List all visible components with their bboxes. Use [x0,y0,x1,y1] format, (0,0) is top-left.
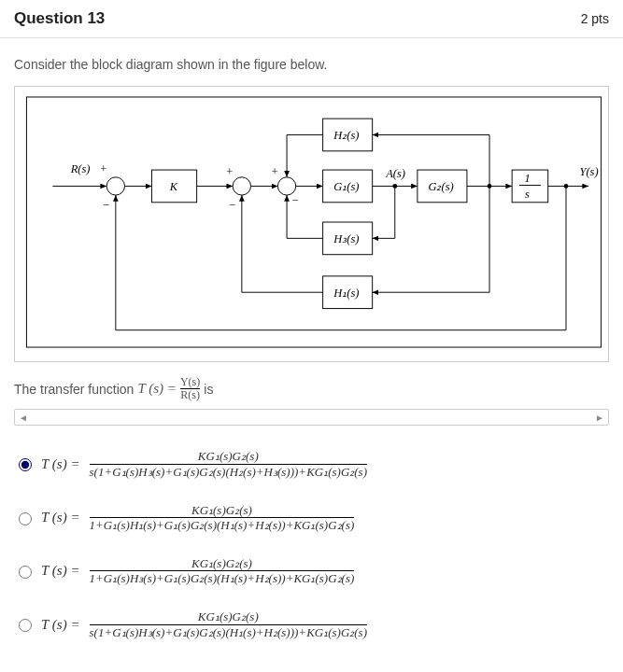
option-2[interactable]: T (s) = KG₁(s)G₂(s) 1+G₁(s)H₁(s)+G₁(s)G₂… [14,494,609,547]
label-H1: H₁(s) [333,287,359,300]
transfer-function-label: The transfer function T (s) = Y(s) R(s) … [14,376,609,401]
label-Y: Y(s) [579,165,598,178]
option-1-lhs: T (s) = [41,456,80,472]
question-points: 2 pts [581,11,609,26]
transfer-post: is [204,382,213,397]
question-prompt: Consider the block diagram shown in the … [14,57,609,72]
transfer-pre: The transfer function [14,382,134,397]
sign-plus1: + [99,162,106,175]
question-title: Question 13 [14,9,105,28]
question-header: Question 13 2 pts [0,0,623,38]
option-2-den: 1+G₁(s)H₁(s)+G₁(s)G₂(s)(H₁(s)+H₂(s))+KG₁… [90,517,355,533]
block-diagram: R(s) + − K + − + − [14,86,609,362]
scroll-right-icon[interactable]: ► [595,413,604,423]
scroll-left-icon[interactable]: ◄ [19,413,28,423]
label-H3: H₃(s) [333,232,359,245]
option-4-num: KG₁(s)G₂(s) [198,609,259,624]
option-2-radio[interactable] [19,512,32,525]
horizontal-scroller[interactable]: ◄ ► [14,409,609,426]
option-3-den: 1+G₁(s)H₃(s)+G₁(s)G₂(s)(H₁(s)+H₂(s))+KG₁… [90,570,355,586]
label-R: R(s) [70,162,91,175]
label-K: K [169,180,178,193]
option-4-lhs: T (s) = [41,617,80,633]
question-content: Consider the block diagram shown in the … [0,38,623,663]
label-H2: H₂(s) [333,129,359,142]
option-2-lhs: T (s) = [41,510,80,525]
transfer-frac-den: R(s) [180,388,200,401]
label-oneS-num: 1 [524,172,530,185]
sign-minus2: − [228,199,235,212]
option-3[interactable]: T (s) = KG₁(s)G₂(s) 1+G₁(s)H₃(s)+G₁(s)G₂… [14,547,609,600]
sum1 [106,177,124,195]
sign-minus1: − [102,199,109,212]
sum3 [277,177,295,195]
transfer-frac-num: Y(s) [180,376,200,388]
option-3-lhs: T (s) = [41,563,80,579]
option-1-den: s(1+G₁(s)H₃(s)+G₁(s)G₂(s)(H₂(s)+H₃(s)))+… [90,464,367,480]
option-1-num: KG₁(s)G₂(s) [198,449,259,464]
option-4-den: s(1+G₁(s)H₃(s)+G₁(s)G₂(s)(H₁(s)+H₂(s)))+… [90,624,367,640]
sign-plus3: + [271,165,278,178]
sign-minus3: − [291,194,299,207]
sign-plus2: + [226,165,234,178]
option-4[interactable]: T (s) = KG₁(s)G₂(s) s(1+G₁(s)H₃(s)+G₁(s)… [14,600,609,653]
sum2 [233,177,250,195]
label-oneS-den: s [525,188,530,201]
option-1[interactable]: T (s) = KG₁(s)G₂(s) s(1+G₁(s)H₃(s)+G₁(s)… [14,440,609,493]
option-2-num: KG₁(s)G₂(s) [191,503,252,518]
option-1-radio[interactable] [19,458,32,471]
label-G2: G₂(s) [428,180,453,193]
option-3-radio[interactable] [19,566,32,579]
label-G1: G₁(s) [333,180,359,193]
transfer-T: T (s) = [137,381,177,397]
option-3-num: KG₁(s)G₂(s) [191,556,252,571]
option-4-radio[interactable] [19,619,32,632]
label-A: A(s) [385,167,405,180]
